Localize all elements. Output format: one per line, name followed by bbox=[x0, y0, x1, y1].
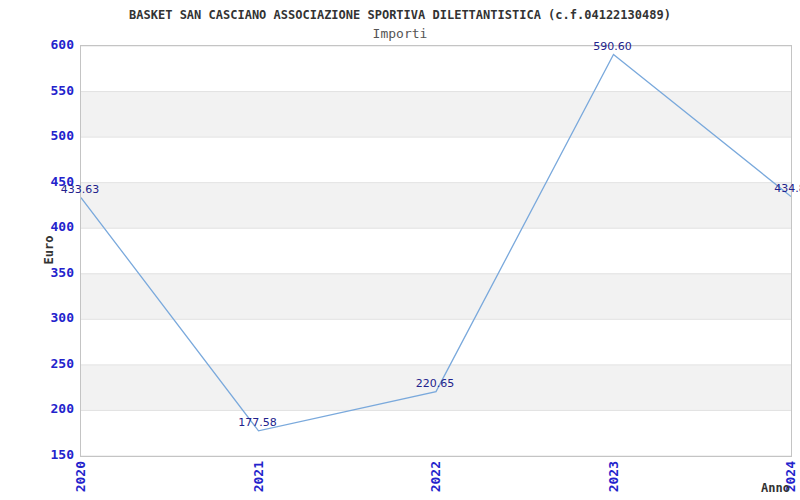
x-axis-title: Anno bbox=[761, 481, 790, 495]
chart-subtitle: Importi bbox=[0, 26, 800, 41]
plot-area bbox=[80, 45, 792, 457]
point-label: 220.65 bbox=[416, 378, 455, 390]
plot-band bbox=[81, 183, 791, 229]
y-tick-label: 600 bbox=[14, 38, 74, 52]
y-tick-label: 150 bbox=[14, 448, 74, 462]
chart-title: BASKET SAN CASCIANO ASSOCIAZIONE SPORTIV… bbox=[0, 8, 800, 22]
y-axis-title: Euro bbox=[42, 236, 56, 265]
point-label: 177.58 bbox=[238, 417, 277, 429]
x-tick-label: 2020 bbox=[73, 461, 88, 492]
point-label: 590.60 bbox=[593, 41, 632, 53]
y-tick-label: 250 bbox=[14, 357, 74, 371]
x-tick-label: 2021 bbox=[250, 461, 265, 492]
point-label: 434.8 bbox=[774, 183, 800, 195]
y-tick-label: 200 bbox=[14, 402, 74, 416]
y-tick-label: 550 bbox=[14, 84, 74, 98]
plot-svg bbox=[81, 46, 791, 456]
y-tick-label: 300 bbox=[14, 311, 74, 325]
y-tick-label: 350 bbox=[14, 266, 74, 280]
x-tick-label: 2022 bbox=[428, 461, 443, 492]
x-tick-label: 2023 bbox=[605, 461, 620, 492]
y-tick-label: 500 bbox=[14, 129, 74, 143]
plot-band bbox=[81, 92, 791, 138]
y-tick-label: 400 bbox=[14, 220, 74, 234]
point-label: 433.63 bbox=[61, 184, 100, 196]
plot-band bbox=[81, 274, 791, 320]
